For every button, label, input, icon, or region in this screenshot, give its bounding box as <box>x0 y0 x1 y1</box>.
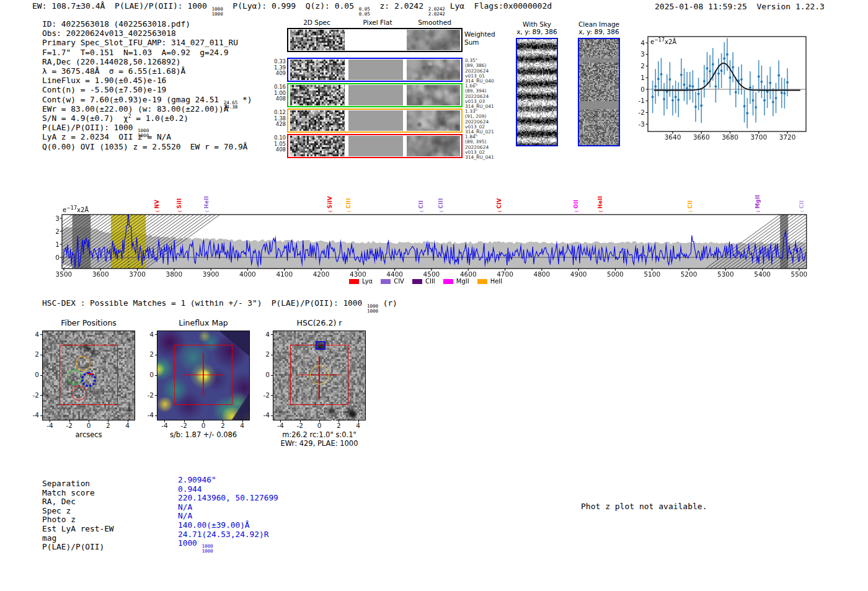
match-value-2: 220.143960, 50.127699 <box>178 493 278 502</box>
hsc-x-tick--2: -2 <box>291 422 309 429</box>
legend-label-Lyα: Lyα <box>362 278 373 285</box>
match-label-2: RA, Dec <box>42 497 76 506</box>
info-line-6: LineFlux = 1.90(±0.45)e-16 <box>42 76 166 85</box>
match-label-1: Match score <box>42 488 95 497</box>
spec2d-col-title-smoothed: Smoothed <box>406 19 463 26</box>
match-label-4: Photo z <box>42 515 76 524</box>
lineflux-y-tickmark--4 <box>155 415 157 416</box>
spec2d-noise-image-1 <box>290 60 345 80</box>
fiber-x-tick--4: -4 <box>40 422 59 429</box>
linefit-y-tick-1: 1 <box>630 74 645 81</box>
match-label-0: Separation <box>42 479 90 488</box>
report-version: Version 1.22.3 <box>756 2 825 11</box>
lineflux-y-tick-0: 0 <box>140 371 154 378</box>
linefit-y-tick--2: -2 <box>630 109 645 116</box>
spectrum-x-tick-5400: 5400 <box>752 270 773 278</box>
hsc-x-tick-2: 2 <box>329 422 348 429</box>
linefit-ylabel: e−17x2Å <box>650 37 676 45</box>
spec2d-left-labels-4: 0.101.05408 <box>265 135 286 153</box>
full-spectrum-canvas <box>55 203 808 279</box>
hsc-x-tickmark-0 <box>319 420 320 422</box>
legend-item-MgII: MgII <box>443 278 469 285</box>
spectrum-x-tick-4100: 4100 <box>274 270 295 278</box>
spec2d-pixelflat-0 <box>348 30 403 50</box>
fiber-y-tickmark-0 <box>40 375 42 376</box>
spectrum-x-tick-3600: 3600 <box>90 270 111 278</box>
spec2d-smoothed-image-2 <box>407 85 460 105</box>
hsc-y-tickmark--4 <box>271 415 273 416</box>
cleanimage-image <box>579 39 619 145</box>
legend-label-CIV: CIV <box>394 278 404 285</box>
fiber-x-tickmark-4 <box>128 420 128 422</box>
lineflux-x-tickmark--2 <box>184 420 185 422</box>
fiber-x-tickmark--4 <box>50 420 50 422</box>
hsc-x-tickmark-4 <box>358 420 359 422</box>
linefit-y-tick--1: -1 <box>630 97 645 104</box>
spectrum-x-tick-4800: 4800 <box>531 270 552 278</box>
spectrum-x-tick-5200: 5200 <box>678 270 699 278</box>
fiber-y-tickmark--2 <box>40 395 42 396</box>
spec2d-row-box-1 <box>287 58 463 82</box>
legend-item-CIV: CIV <box>381 278 404 285</box>
linefit-y-tick-2: 2 <box>630 62 645 69</box>
emission-line-label-CII-5: CII <box>418 200 424 213</box>
lineflux-x-tick--2: -2 <box>175 422 193 429</box>
lineflux-y-tickmark--2 <box>155 395 157 396</box>
spectrum-y-tick-2: 2 <box>47 228 60 235</box>
spec2d-right-labels-4: 1.84"(89, 395)20220624v013_02314_RU_041 <box>465 135 496 160</box>
legend-label-MgII: MgII <box>456 278 469 285</box>
hsc-aperture-yellow-circle <box>310 365 329 384</box>
hsc-y-tick--4: -4 <box>256 411 270 419</box>
hsc-x-tickmark-2 <box>339 420 339 422</box>
fiber-x-tickmark--2 <box>69 420 70 422</box>
spec2d-pixelflat-2 <box>348 85 403 105</box>
fiber-circle-0 <box>76 356 91 371</box>
emission-line-label-HeII-9: HeII <box>597 196 603 213</box>
fiber-circle-3 <box>71 386 86 401</box>
lineflux-x-tick--4: -4 <box>155 422 174 429</box>
legend-item-HeII: HeII <box>477 278 503 285</box>
spec2d-left-labels-1: 0.331.39409 <box>265 59 286 77</box>
hsc-x-tick-0: 0 <box>310 422 329 429</box>
match-value-3: N/A <box>178 502 192 512</box>
spec2d-noise-image-3 <box>290 110 345 131</box>
lineflux-x-tick-2: 2 <box>213 422 232 429</box>
linefit-y-tick-3: 3 <box>630 50 645 58</box>
spec2d-right-labels-2: 1.66"(89, 394)20220624v013_03314_RU_041 <box>465 84 496 109</box>
emission-line-label-CII-12: CII <box>799 200 805 213</box>
spectrum-y-tick-0: 0 <box>47 254 60 261</box>
spec2d-right-labels-3: 1.33"(91, 209)20220624v013_02314_RU_021 <box>465 109 496 135</box>
info-line-1: Obs: 20220624v013_4022563018 <box>42 29 176 38</box>
hsc-cutout-title: HSC(26.2) r <box>273 318 366 327</box>
lineflux-x-tickmark--4 <box>164 420 165 422</box>
fiber-positions-title: Fiber Positions <box>42 318 135 327</box>
withsky-title: With Sky <box>512 20 562 28</box>
cleanimage-xy-label: x, y: 89, 386 <box>574 28 624 35</box>
hsc-y-tick-2: 2 <box>256 350 270 358</box>
report-datetime: 2025-01-08 11:59:25 <box>655 2 747 11</box>
fiber-x-tick-0: 0 <box>79 422 98 429</box>
stacked-fraction: 10001000 <box>367 304 378 313</box>
stacked-fraction: 10001000 <box>212 7 223 16</box>
linefit-x-tick-3720: 3720 <box>777 133 798 141</box>
hsc-x-tickmark--2 <box>300 420 301 422</box>
spectrum-x-tick-4700: 4700 <box>495 270 516 278</box>
spec2d-smoothed-image-3 <box>407 110 460 131</box>
emission-line-label-MgII-11: MgII <box>755 195 761 213</box>
spec2d-left-labels-3: 0.121.38428 <box>265 110 286 128</box>
hsc-y-tick--2: -2 <box>256 391 270 399</box>
fiber-x-tick-4: 4 <box>118 422 137 429</box>
emission-line-label-CII-10: CII <box>687 200 693 213</box>
linefit-y-tick-0: 0 <box>630 86 645 93</box>
hsc-x-tick--4: -4 <box>271 422 290 429</box>
stacked-fraction: 0.050.05 <box>359 7 370 16</box>
legend-item-Lyα: Lyα <box>349 278 373 285</box>
emission-line-label-OII-8: OII <box>573 200 579 213</box>
spec2d-left-labels-2: 0.161.00408 <box>265 84 286 102</box>
match-label-3: Spec z <box>42 506 71 515</box>
hsc-y-tickmark-2 <box>271 355 273 355</box>
emission-line-label-CIII-4: CIII <box>345 198 352 213</box>
info-line-7: Cont(n) = -5.50(±7.50)e-19 <box>42 85 166 94</box>
lineflux-y-tickmark-0 <box>155 375 157 376</box>
lineflux-crosshair-v <box>203 353 204 396</box>
